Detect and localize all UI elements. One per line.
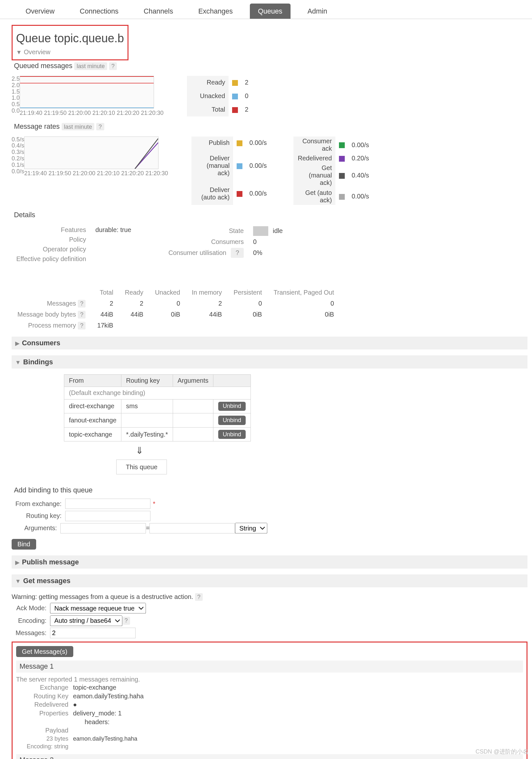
chart2-plot-area [24, 137, 158, 169]
payload-encoding: Encoding: string [22, 743, 68, 750]
chart1-legend: Ready2 Unacked0 Total2 [187, 76, 252, 116]
arg-type-select[interactable]: String [235, 523, 267, 534]
unbind-button[interactable]: Unbind [218, 430, 246, 439]
chevron-right-icon: ▶ [15, 559, 20, 566]
legend-total-value: 2 [241, 103, 252, 116]
msg-exchange: topic-exchange [73, 684, 116, 691]
exchange-link[interactable]: fanout-exchange [69, 417, 116, 424]
required-indicator: * [153, 500, 156, 508]
exchange-link[interactable]: direct-exchange [69, 402, 114, 410]
tab-overview[interactable]: Overview [18, 4, 62, 19]
table-row: fanout-exchangeUnbind [64, 413, 251, 427]
chart1-xaxis: 21:19:40 21:19:50 21:20:00 21:20:10 21:2… [20, 110, 164, 116]
publish-section-toggle[interactable]: ▶Publish message [12, 555, 527, 568]
routing-key-input[interactable] [65, 511, 151, 521]
page-title: Queue topic.queue.b [16, 32, 124, 45]
page-title-prefix: Queue [16, 32, 54, 45]
consumers-label: Consumers [22, 339, 61, 347]
legend-total-label: Total [187, 103, 229, 116]
tab-exchanges[interactable]: Exchanges [190, 4, 241, 19]
legend-ready-value: 2 [241, 76, 252, 89]
get-messages-section-toggle[interactable]: ▼Get messages [12, 575, 527, 587]
bindings-label: Bindings [23, 358, 53, 366]
arg-key-input[interactable] [61, 523, 146, 534]
bindings-section-toggle[interactable]: ▼Bindings [12, 355, 527, 368]
details-mid: Stateidle Consumers0 Consumer utilisatio… [159, 225, 292, 259]
nav-tabs: Overview Connections Channels Exchanges … [0, 0, 532, 19]
swatch-icon [339, 194, 345, 200]
from-exchange-input[interactable] [65, 499, 151, 509]
help-icon[interactable]: ? [96, 123, 104, 131]
arg-value-input[interactable] [149, 523, 235, 534]
help-icon[interactable]: ? [78, 300, 86, 307]
chevron-down-icon: ▼ [16, 49, 22, 56]
tab-channels[interactable]: Channels [136, 4, 182, 19]
exchange-link[interactable]: topic-exchange [69, 431, 112, 438]
encoding-label: Encoding: [12, 617, 47, 624]
add-binding-heading: Add binding to this queue [12, 484, 267, 497]
table-row: (Default exchange binding) [64, 387, 251, 399]
bind-button[interactable]: Bind [12, 539, 36, 550]
message-rates-label: Message rates [14, 122, 60, 130]
tab-queues[interactable]: Queues [250, 4, 291, 19]
help-icon[interactable]: ? [78, 322, 86, 330]
payload-meta: 23 bytes [22, 736, 68, 742]
swatch-icon [237, 191, 242, 197]
table-row: direct-exchangesmsUnbind [64, 399, 251, 413]
legend-total-swatch [232, 107, 238, 113]
message-rates-header: Message rates last minute ? [12, 120, 527, 133]
message-rates-range[interactable]: last minute [61, 123, 94, 131]
legend-ready-label: Ready [187, 76, 229, 89]
message-title: Message 1 [16, 660, 523, 672]
message-block-2: Message 2 The server reported 0 messages… [16, 754, 523, 759]
msg-routing-key: eamon.dailyTesting.haha [73, 693, 143, 700]
legend-redelivered-label: Redelivered [293, 154, 335, 163]
tab-connections[interactable]: Connections [72, 4, 127, 19]
legend-deliver-manual-label: Deliver (manual ack) [191, 149, 233, 182]
unbind-button[interactable]: Unbind [218, 402, 246, 411]
overview-sublabel[interactable]: Overview [24, 48, 50, 56]
this-queue-box: This queue [116, 459, 167, 475]
swatch-icon [339, 156, 345, 162]
ack-mode-select[interactable]: Nack message requeue true [50, 603, 146, 614]
help-icon[interactable]: ? [122, 617, 130, 625]
encoding-select[interactable]: Auto string / base64 [50, 616, 122, 626]
add-binding-section: Add binding to this queue From exchange:… [12, 484, 267, 549]
get-messages-button[interactable]: Get Message(s) [16, 646, 73, 657]
swatch-icon [237, 140, 242, 146]
state-value: idle [268, 226, 288, 236]
args-label: Arguments: [12, 524, 57, 532]
legend-publish-label: Publish [191, 137, 233, 149]
messages-count-input[interactable] [50, 628, 136, 638]
chart2-legend-b: Consumer ack0.00/s Redelivered0.20/s Get… [293, 137, 373, 205]
messages-remaining: The server reported 1 messages remaining… [16, 676, 523, 683]
queue-name: topic.queue.b [54, 32, 124, 45]
rk-label: Routing key: [12, 512, 61, 520]
tab-admin[interactable]: Admin [299, 4, 335, 19]
from-label: From exchange: [12, 500, 61, 508]
swatch-icon [339, 142, 345, 148]
swatch-icon [237, 163, 242, 169]
legend-redelivered-value: 0.20/s [348, 154, 372, 163]
legend-deliver-auto-value: 0.00/s [246, 182, 270, 205]
chart1-plot-area [20, 76, 154, 108]
chart2-yaxis: 0.5/s0.4/s0.3/s0.2/s0.1/s0.0/s [12, 137, 24, 205]
watermark: CSDN @进阶的小名 [475, 748, 528, 755]
details-left: Featuresdurable: true Policy Operator po… [12, 225, 136, 264]
queued-messages-range[interactable]: last minute [74, 62, 107, 70]
help-icon[interactable]: ? [195, 593, 203, 601]
consumers-section-toggle[interactable]: ▶Consumers [12, 337, 527, 349]
legend-deliver-auto-label: Deliver (auto ack) [191, 182, 233, 205]
chart1-yaxis: 2.52.01.51.00.50.0 [12, 76, 20, 116]
help-icon[interactable]: ? [109, 62, 117, 70]
message-rates-chart: 0.5/s0.4/s0.3/s0.2/s0.1/s0.0/s 21:19:40 … [12, 137, 527, 205]
msg-props2: headers: [73, 718, 109, 726]
get-messages-label: Get messages [23, 577, 70, 585]
legend-publish-value: 0.00/s [246, 137, 270, 149]
msg-props: delivery_mode: 1 [73, 710, 122, 717]
unbind-button[interactable]: Unbind [218, 416, 246, 425]
help-icon[interactable]: ? [231, 248, 244, 258]
queued-messages-label: Queued messages [14, 61, 72, 70]
table-row: Message body bytes ?44iB44iB0iB44iB0iB0i… [12, 309, 340, 320]
help-icon[interactable]: ? [78, 311, 86, 319]
